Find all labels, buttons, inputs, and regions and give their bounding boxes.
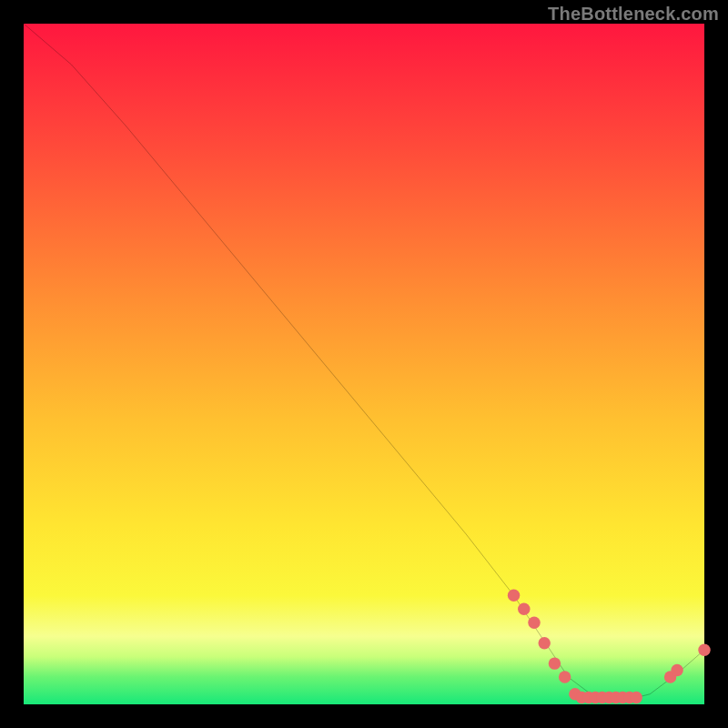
curve-group <box>24 24 704 701</box>
chart-stage: TheBottleneck.com <box>0 0 728 728</box>
plot-area <box>24 24 704 704</box>
data-marker <box>518 603 530 615</box>
data-marker <box>549 657 561 669</box>
watermark-text: TheBottleneck.com <box>548 4 719 25</box>
data-marker <box>559 671 571 682</box>
data-marker <box>630 692 642 703</box>
data-marker <box>538 637 550 649</box>
data-marker <box>508 590 520 602</box>
bottleneck-curve <box>24 24 704 701</box>
chart-svg <box>24 24 704 704</box>
marker-group <box>508 590 711 704</box>
data-marker <box>698 643 710 655</box>
data-marker <box>671 664 682 676</box>
data-marker <box>528 617 540 629</box>
